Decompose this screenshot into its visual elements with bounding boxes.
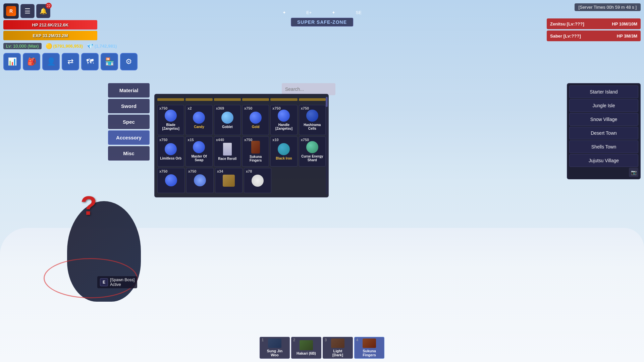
notification-button[interactable]: 🔔 22 <box>36 4 50 18</box>
row3-icon-2 <box>194 174 206 186</box>
slot-name: Goblet <box>222 125 233 129</box>
inv-slot-black-iron[interactable]: x10 Black Iron <box>270 136 297 167</box>
category-material[interactable]: Material <box>108 83 150 98</box>
char-name-4: SukunaFingers <box>363 349 376 357</box>
question-mark-icon: ? <box>80 190 97 221</box>
slot-name: Blade [Zangetsu] <box>159 123 182 130</box>
inv-slot-limitless-orb[interactable]: x750 Limitless Orb <box>157 136 184 167</box>
row3-icon-3 <box>223 175 235 187</box>
trade-icon: ⇄ <box>67 57 73 66</box>
enemy-name-1: Zenitsu [Lv:???] <box>550 21 584 26</box>
slot-count: x78 <box>246 169 252 173</box>
slot-name: Black Iron <box>276 157 292 160</box>
stat-bars: HP 212.6K/212.6K EXP 33.2M/33.2M <box>3 20 97 40</box>
inv-slot-row3-2[interactable]: x750 <box>186 168 214 193</box>
inv-slot-master-of-swap[interactable]: x15 Master Of Swap <box>185 136 212 167</box>
map-button[interactable]: 🗺 <box>81 53 99 70</box>
inv-slot-curse-energy-shard[interactable]: x750 Curse Energy Shard <box>299 136 326 167</box>
slot-count: x2 <box>187 106 192 110</box>
limitless-orb-icon <box>165 143 177 155</box>
category-misc[interactable]: Misc <box>108 146 150 161</box>
row3-icon-4 <box>252 175 264 187</box>
enemy-hp-2: HP 3M/3M <box>617 34 637 39</box>
scrollbar-thumb[interactable] <box>326 97 328 107</box>
inv-slot-handle-zangetsu[interactable]: x750 Handle [Zangetsu] <box>270 105 297 135</box>
blade-zangetsu-icon <box>165 110 177 122</box>
inv-slot-race-reroll[interactable]: x440 Race Reroll <box>214 136 241 167</box>
spawn-boss-indicator: E [Spawn Boss] Active <box>97 276 137 288</box>
candy-icon <box>193 112 205 124</box>
character-button[interactable]: 👤 <box>42 53 60 70</box>
inventory-row-1: x750 Blade [Zangetsu] x2 Candy x369 Gobl… <box>157 105 326 135</box>
roblox-menu-button[interactable]: R <box>3 3 19 19</box>
slot-count: x750 <box>159 169 167 173</box>
char-slot-1[interactable]: 1 Sung JinWoo <box>260 337 290 359</box>
race-reroll-icon <box>223 143 232 156</box>
inventory-button[interactable]: 🎒 <box>23 53 40 70</box>
inv-slot-sukuna-fingers[interactable]: x750 Sukuna Fingers <box>242 136 269 167</box>
enemy-bar-1: Zenitsu [Lv:???] HP 10M/10M <box>547 18 641 29</box>
slot-number-4: 4 <box>356 338 358 342</box>
screenshot-button[interactable]: 📷 <box>629 168 638 177</box>
slot-count: x34 <box>217 169 223 173</box>
person-icon: 👤 <box>47 57 56 66</box>
spawn-boss-label: [Spawn Boss] <box>110 278 135 282</box>
category-accessory[interactable]: Accessory <box>108 130 150 145</box>
screenshot-icon: 📷 <box>631 170 637 175</box>
inventory-scrollbar[interactable] <box>326 97 328 194</box>
char-icon-1 <box>268 339 281 348</box>
category-panel: Material Sword Spec Accessory Misc <box>108 83 152 161</box>
master-of-swap-icon <box>193 141 205 153</box>
slot-count: x750 <box>272 106 280 110</box>
location-jujutsu-village[interactable]: Jujutsu Village <box>569 154 638 167</box>
exp-text: EXP 33.2M/33.2M <box>3 31 97 40</box>
inv-slot-blade-zangetsu[interactable]: x750 Blade [Zangetsu] <box>157 105 184 135</box>
settings-button[interactable]: ⚙ <box>120 53 138 70</box>
location-snow-village[interactable]: Snow Village <box>569 113 638 126</box>
shop-button[interactable]: 🏪 <box>101 53 118 70</box>
inv-slot-goblet[interactable]: x369 Goblet <box>214 105 241 135</box>
shop-icon: 🏪 <box>105 57 114 66</box>
slot-number-3: 3 <box>325 338 327 342</box>
search-input[interactable] <box>282 83 335 95</box>
curse-energy-shard-icon <box>306 141 318 153</box>
location-starter-island[interactable]: Starter Island <box>569 85 638 98</box>
category-sword[interactable]: Sword <box>108 99 150 113</box>
inv-slot-gold[interactable]: x750 Gold <box>242 105 269 135</box>
compass-row: ✦ E+ ✦ SE <box>282 10 362 15</box>
map-icon: 🗺 <box>86 57 94 66</box>
inventory-row-3: x750 x750 x34 x78 <box>157 168 326 193</box>
slot-name: Sukuna Fingers <box>244 155 267 162</box>
settings-icon: ⚙ <box>125 57 132 66</box>
menu-button[interactable]: ☰ <box>20 4 35 18</box>
stats-button[interactable]: 📊 <box>3 53 21 70</box>
spawn-boss-key[interactable]: E <box>100 278 108 286</box>
hp-bar: HP 212.6K/212.6K <box>3 20 97 29</box>
inv-slot-row3-1[interactable]: x750 <box>157 168 185 193</box>
stats-icon: 📊 <box>8 57 17 66</box>
slot-count: x750 <box>244 106 252 110</box>
slot-count: x750 <box>159 106 167 110</box>
inv-slot-row3-4[interactable]: x78 <box>244 168 271 193</box>
char-slot-2[interactable]: 2 Hakari (6B) <box>291 337 321 359</box>
safe-zone-badge: SUPER SAFE-ZONE <box>291 18 353 26</box>
slot-number-1: 1 <box>262 338 264 342</box>
action-buttons: 📊 🎒 👤 ⇄ 🗺 🏪 ⚙ <box>3 53 138 70</box>
char-slot-3[interactable]: 3 Light[Dark] <box>323 337 353 359</box>
trade-button[interactable]: ⇄ <box>62 53 79 70</box>
location-shells-town[interactable]: Shells Town <box>569 140 638 153</box>
slot-name: Curse Energy Shard <box>301 155 324 162</box>
char-slot-4[interactable]: 4 SukunaFingers <box>354 337 384 359</box>
hp-text: HP 212.6K/212.6K <box>3 20 97 29</box>
handle-zangetsu-icon <box>278 110 290 122</box>
player-info: Lv: 10,000 (Max) 🟡 ($791,906,953) 💎 (1,7… <box>3 43 117 49</box>
location-panel: Starter Island Jungle Isle Snow Village … <box>567 83 641 179</box>
slot-name: Race Reroll <box>218 157 236 161</box>
inv-slot-row3-3[interactable]: x34 <box>215 168 243 193</box>
category-spec[interactable]: Spec <box>108 115 150 129</box>
slot-name: Hashirama Cells <box>301 123 324 130</box>
location-jungle-isle[interactable]: Jungle Isle <box>569 99 638 112</box>
inv-slot-candy[interactable]: x2 Candy <box>185 105 212 135</box>
location-desert-town[interactable]: Desert Town <box>569 127 638 139</box>
inv-slot-hashirama-cells[interactable]: x750 Hashirama Cells <box>299 105 326 135</box>
